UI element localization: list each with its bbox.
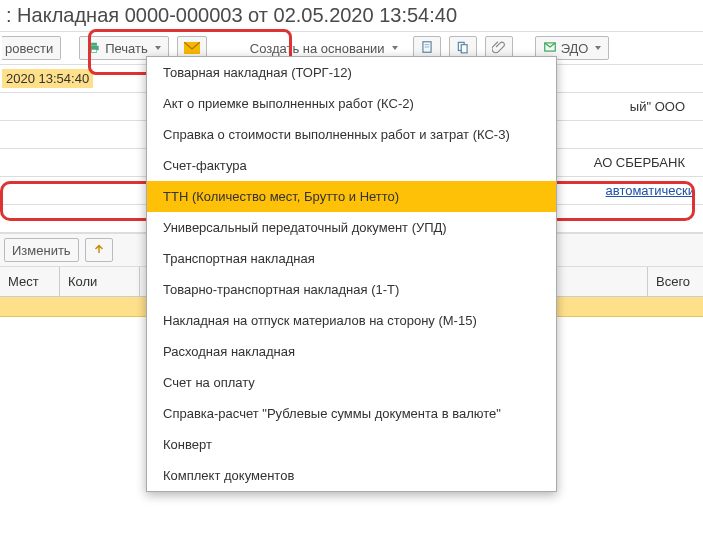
page-title: : Накладная 0000-000003 от 02.05.2020 13… [0,0,703,31]
edo-icon [543,40,557,57]
print-label: Печать [105,41,148,56]
print-menu-item[interactable]: Транспортная накладная [147,243,556,274]
print-menu-item[interactable]: Товарная накладная (ТОРГ-12) [147,57,556,88]
print-menu-item[interactable]: Справка о стоимости выполненных работ и … [147,119,556,150]
print-menu-item[interactable]: Товарно-транспортная накладная (1-Т) [147,274,556,305]
svg-rect-0 [91,43,97,46]
auto-link[interactable]: автоматически [606,183,695,198]
mail-icon [184,42,200,54]
add-button[interactable] [85,238,113,262]
col-total[interactable]: Всего [648,267,703,296]
paperclip-icon [492,40,506,57]
change-button[interactable]: Изменить [4,238,79,262]
print-menu-item[interactable]: Акт о приемке выполненных работ (КС-2) [147,88,556,119]
print-menu-item[interactable]: Универсальный передаточный документ (УПД… [147,212,556,243]
carryout-label: ровести [5,41,53,56]
print-icon [87,41,101,55]
print-menu-item[interactable]: Расходная накладная [147,336,556,367]
date-chip: 2020 13:54:40 [2,69,93,88]
print-menu-item[interactable]: ТТН (Количество мест, Брутто и Нетто) [147,181,556,212]
chevron-down-icon [155,46,161,50]
org-text: ый" ООО [630,99,695,114]
print-menu-item[interactable]: Счет на оплату [147,367,556,398]
svg-rect-7 [461,44,467,52]
arrow-up-icon [92,242,106,259]
document-icon [420,40,434,57]
chevron-down-icon [595,46,601,50]
print-menu-item[interactable]: Счет-фактура [147,150,556,181]
create-based-label: Создать на основании [250,41,385,56]
print-menu-item[interactable]: Накладная на отпуск материалов на сторон… [147,305,556,336]
change-label: Изменить [12,243,71,258]
print-menu-item[interactable]: Конверт [147,429,556,460]
carryout-button[interactable]: ровести [2,36,61,60]
copy-icon [456,40,470,57]
edo-label: ЭДО [561,41,589,56]
print-menu-item[interactable]: Справка-расчет "Рублевые суммы документа… [147,398,556,429]
print-dropdown: Товарная накладная (ТОРГ-12)Акт о приемк… [146,56,557,492]
svg-rect-1 [92,50,97,52]
print-menu-item[interactable]: Комплект документов [147,460,556,491]
chevron-down-icon [392,46,398,50]
bank-text: АО СБЕРБАНК [594,155,695,170]
col-qty[interactable]: Коли [60,267,140,296]
col-places[interactable]: Мест [0,267,60,296]
